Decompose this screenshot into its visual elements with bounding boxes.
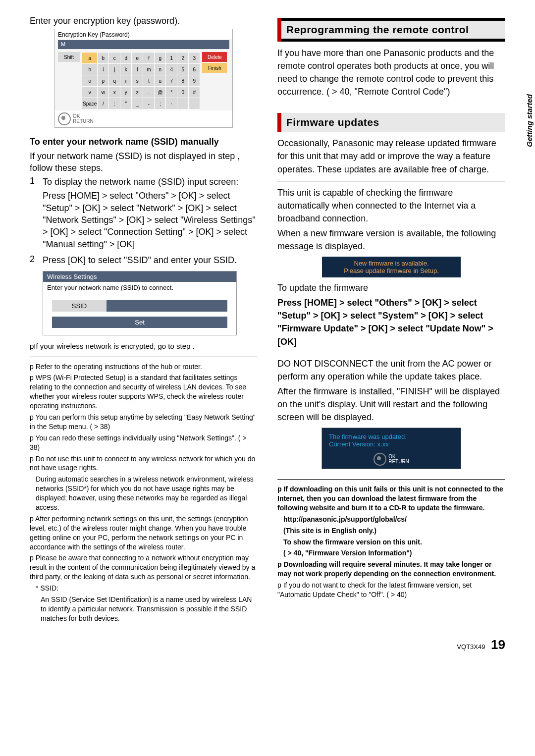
fw-p1: Occasionally, Panasonic may release upda…: [277, 137, 505, 175]
ssid-star-body: An SSID (Service Set IDentification) is …: [30, 595, 258, 623]
section-firmware: Firmware updates: [277, 113, 505, 132]
kbd-finish[interactable]: Finish: [202, 63, 227, 73]
kbd-key[interactable]: a: [82, 53, 98, 64]
step-2-number: 2: [30, 254, 36, 268]
kbd-key[interactable]: i: [98, 64, 109, 75]
kbd-key[interactable]: x: [109, 87, 120, 98]
ssid-screenshot: Wireless Settings Enter your network nam…: [43, 271, 237, 335]
kbd-key[interactable]: _: [132, 98, 143, 109]
fw-p3: When a new firmware version is available…: [277, 227, 505, 253]
kbd-key: [177, 98, 189, 109]
kbd-key[interactable]: ": [120, 98, 132, 109]
kbd-key[interactable]: l: [132, 64, 143, 75]
kbd-key[interactable]: n: [155, 64, 166, 75]
ssid-set-button[interactable]: Set: [52, 317, 227, 328]
fw-title: Firmware updates: [281, 113, 505, 132]
kbd-key[interactable]: Space: [82, 98, 98, 109]
ssid-value[interactable]: [107, 300, 227, 312]
kbd-key[interactable]: ;: [155, 98, 166, 109]
dl-auto: p If you do not want to check for the la…: [277, 581, 505, 599]
kbd-key[interactable]: g: [155, 53, 166, 64]
kbd-key[interactable]: q: [109, 75, 120, 87]
note-plain: p Please be aware that connecting to a n…: [30, 553, 258, 582]
kbd-key[interactable]: k: [120, 64, 132, 75]
reprog-title: Reprogramming the remote control: [281, 21, 505, 39]
kbd-key[interactable]: -: [143, 98, 155, 109]
kbd-key[interactable]: p: [98, 75, 109, 87]
kbd-key[interactable]: b: [98, 53, 109, 64]
kbd-key[interactable]: 9: [189, 75, 200, 87]
enter-key-intro: Enter your encryption key (password).: [30, 15, 258, 27]
dl-fail: p If downloading on this unit fails or t…: [277, 485, 505, 513]
kbd-key[interactable]: 6: [189, 64, 200, 75]
page-number: 19: [491, 637, 505, 652]
fw-p2: This unit is capable of checking the fir…: [277, 186, 505, 225]
encrypted-note: pIf your wireless network is encrypted, …: [30, 341, 258, 351]
kbd-key[interactable]: 7: [166, 75, 177, 87]
step-2-body: Press [OK] to select "SSID" and enter yo…: [43, 254, 258, 266]
page-footer: VQT3X49 19: [30, 637, 505, 652]
kbd-key[interactable]: c: [109, 53, 120, 64]
banner-line1: New firmware is available.: [332, 260, 451, 267]
ssid-star-head: * SSID:: [30, 584, 258, 593]
kbd-key[interactable]: z: [132, 87, 143, 98]
kbd-key[interactable]: *: [166, 87, 177, 98]
dl-long: p Downloading will require several minut…: [277, 560, 505, 579]
kbd-key[interactable]: 0: [177, 87, 189, 98]
to-update: To update the firmware: [277, 281, 505, 294]
kbd-key[interactable]: v: [82, 87, 98, 98]
kbd-key[interactable]: u: [155, 75, 166, 87]
ok-icon: [374, 453, 386, 466]
onscreen-keyboard: Encryption Key (Password) M Shift a b c …: [54, 29, 233, 128]
note-redo: p You can redo these settings individual…: [30, 433, 258, 452]
update-path: Press [HOME] > select "Others" > [OK] > …: [277, 296, 505, 348]
kbd-key[interactable]: h: [82, 64, 98, 75]
dl-fail-site: (This site is in English only.): [277, 526, 505, 536]
kbd-key[interactable]: j: [109, 64, 120, 75]
kbd-key[interactable]: :: [109, 98, 120, 109]
kbd-key[interactable]: m: [143, 64, 155, 75]
step-1-lead: To display the network name (SSID) input…: [43, 176, 258, 188]
red-bar-icon: [277, 113, 281, 132]
kbd-key[interactable]: w: [98, 87, 109, 98]
kbd-key[interactable]: d: [120, 53, 132, 64]
kbd-key[interactable]: t: [143, 75, 155, 87]
red-bar-icon: [277, 18, 281, 42]
after-install: After the firmware is installed, "FINISH…: [277, 385, 505, 424]
kbd-key[interactable]: y: [120, 87, 132, 98]
kbd-key[interactable]: .: [143, 87, 155, 98]
kbd-key[interactable]: r: [120, 75, 132, 87]
separator: [30, 357, 258, 357]
section-reprogramming: Reprogramming the remote control: [277, 18, 505, 42]
firmware-available-banner: New firmware is available. Please update…: [322, 257, 461, 277]
kbd-key[interactable]: /: [98, 98, 109, 109]
kbd-key[interactable]: 3: [189, 53, 200, 64]
reprog-body: If you have more than one Panasonic prod…: [277, 47, 505, 98]
banner-line2: Please update firmware in Setup.: [332, 267, 451, 274]
kbd-key[interactable]: ·: [166, 98, 177, 109]
kbd-key[interactable]: #: [189, 87, 200, 98]
note-wps: p WPS (Wi-Fi Protected Setup) is a stand…: [30, 373, 258, 411]
kbd-key[interactable]: e: [132, 53, 143, 64]
kbd-key[interactable]: o: [82, 75, 98, 87]
ok-icon: [58, 112, 71, 125]
kbd-key[interactable]: 4: [166, 64, 177, 75]
kbd-key[interactable]: 1: [166, 53, 177, 64]
ssid-sub: Enter your network name (SSID) to connec…: [43, 282, 236, 300]
ssid-head: Wireless Settings: [43, 271, 236, 282]
kbd-delete[interactable]: Delete: [202, 52, 227, 62]
kbd-key[interactable]: @: [155, 87, 166, 98]
dl-fail-show: To show the firmware version on this uni…: [277, 538, 505, 547]
kbd-key[interactable]: f: [143, 53, 155, 64]
separator: [277, 181, 505, 181]
kbd-key[interactable]: s: [132, 75, 143, 87]
kbd-key[interactable]: 8: [177, 75, 189, 87]
note-rights-2: During automatic searches in a wireless …: [30, 475, 258, 512]
kbd-key[interactable]: 2: [177, 53, 189, 64]
manual-intro: If your network name (SSID) is not displ…: [30, 150, 258, 174]
kbd-key[interactable]: 5: [177, 64, 189, 75]
kbd-key: [189, 98, 200, 109]
firmware-updated-screenshot: The firmware was updated. Current Versio…: [321, 428, 461, 469]
kbd-shift[interactable]: Shift: [58, 52, 80, 62]
note-rights: p Do not use this unit to connect to any…: [30, 454, 258, 473]
